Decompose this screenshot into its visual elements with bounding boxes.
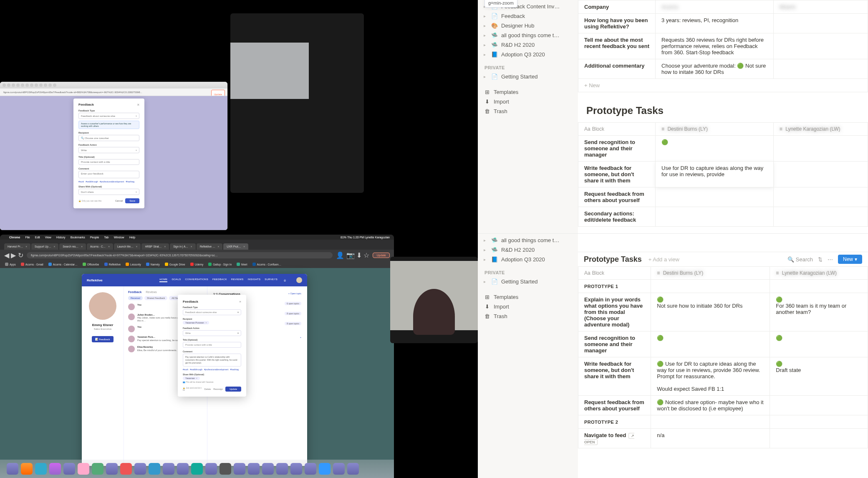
feedback-button[interactable]: 📝 Feedback — [92, 336, 113, 342]
browser-tab: Harvest Pr…× — [4, 243, 30, 250]
notion-sidebar: ▸📄Feedback Content Inv… ▸📄Feedback ▸🎨Des… — [478, 0, 578, 233]
sidebar-page[interactable]: ▸🛸all good things come t… — [478, 30, 578, 40]
sidebar-page[interactable]: ▸🎨Designer Hub — [478, 21, 578, 30]
notion-window-top: g=min-zoom ▸📄Feedback Content Inv… ▸📄Fee… — [478, 0, 868, 234]
select-share[interactable]: Don't share▾ — [78, 189, 139, 195]
chevron-down-icon: ▾ — [136, 114, 137, 117]
new-button[interactable]: New ▾ — [838, 255, 862, 264]
sidebar-import[interactable]: ⬇Import — [478, 97, 578, 106]
browser-tab-active: UXR Prot…× — [223, 243, 248, 250]
hashtag[interactable]: #walkthrough — [190, 368, 202, 371]
tab-feedback[interactable]: Feedback — [128, 291, 141, 293]
sidebar-templates[interactable]: ⊞Templates — [478, 87, 578, 97]
browser-tab: Search res…× — [59, 243, 86, 250]
macos-menubar[interactable]: Chrome FileEditViewHistoryBookmarksPeopl… — [0, 235, 394, 240]
url-text: figma.com/proto/nBPGSRopZxP2IA8pzn65a7/F… — [3, 91, 142, 94]
profile-name: Emmy Elsner — [86, 323, 119, 327]
select-action[interactable]: Write▾ — [78, 147, 139, 153]
sidebar-page[interactable]: ▸🛸R&D H2 2020 — [478, 245, 578, 255]
delete-button[interactable]: Delete — [204, 388, 211, 390]
close-icon[interactable]: × — [239, 300, 241, 303]
save-button[interactable]: Save — [125, 198, 139, 203]
input-title[interactable]: Provide context with a title — [78, 159, 139, 165]
notion-window-bottom: ▸🛸all good things come t… ▸🛸R&D H2 2020 … — [478, 234, 868, 478]
input-recipient[interactable]: 🔍 Choose one coworker — [78, 135, 139, 141]
hashtag[interactable]: #walkthrough — [86, 180, 98, 183]
brand-logo[interactable]: Reflektive — [87, 278, 103, 282]
sidebar-page[interactable]: ▸📄Getting Started — [478, 277, 578, 286]
update-button[interactable]: Update — [373, 253, 390, 258]
browser-tab: HRBP Strat…× — [141, 243, 169, 250]
cancel-button[interactable]: Cancel — [115, 200, 123, 202]
sidebar-page[interactable]: ▸📄Getting Started — [478, 72, 578, 81]
bell-icon[interactable]: 🕭 — [283, 279, 286, 282]
menubar-status: 81% Thu 1:20 PM Lynette Karagozian — [341, 236, 390, 239]
table-row: Send recognition to someone and their ma… — [578, 331, 868, 357]
tab-reviews[interactable]: Reviews — [146, 291, 156, 293]
textarea-comment[interactable]: Pay special attention to Collin's relati… — [183, 354, 241, 367]
table-row: Request feedback from others about yours… — [578, 187, 868, 207]
search-result-pill[interactable]: g=min-zoom — [484, 0, 517, 8]
pill-received[interactable]: Received — [128, 296, 143, 300]
select-feedback-type[interactable]: Feedback about someone else▾ — [78, 113, 139, 119]
table-row: Send recognition to someone and their ma… — [578, 136, 868, 162]
table-row: CompanyAcornsMisent — [578, 0, 868, 14]
recipient-chip[interactable]: Yasaman Puranen× — [183, 321, 209, 324]
sidebar-trash[interactable]: 🗑Trash — [478, 106, 578, 116]
feedback-modal: Feedback× Feedback Type Feedback about s… — [73, 99, 144, 208]
close-icon[interactable]: × — [137, 103, 139, 107]
sidebar-import[interactable]: ⬇Import — [478, 302, 578, 311]
profile-sidebar: Emmy Elsner Sales Executive 📝 Feedback — [82, 286, 124, 466]
browser-tab-strip — [0, 82, 227, 89]
address-bar[interactable]: ◀ ▶ ↻ figma.com/proto/nBPGSRopZbP2IA8pzn… — [0, 250, 394, 260]
sidebar-page[interactable]: ▸📄Feedback — [478, 11, 578, 21]
hashtag[interactable]: #professionaldevelopment — [100, 180, 124, 183]
macos-dock[interactable] — [0, 460, 394, 478]
table-row: Secondary actions: edit/delete feedback — [578, 207, 868, 227]
url-text: figma.com/proto/nBPGSRopZbP2IA8pzn95a7/F… — [27, 252, 333, 258]
sidebar-trash[interactable]: 🗑Trash — [478, 311, 578, 321]
bookmarks-bar[interactable]: Apps Acorns - Gmail Acorns - Calendar… O… — [0, 260, 394, 268]
visibility-hint: 🔒 Only you can see this — [78, 200, 101, 202]
sidebar-page[interactable]: ▸🛸all good things come t… — [478, 235, 578, 245]
tasks-table[interactable]: AaBlock ≡ Destini Burns (LY) ≡ Lynette K… — [578, 122, 868, 227]
input-title[interactable]: Provide context with a title — [183, 342, 241, 348]
browser-tab: Support Up…× — [31, 243, 58, 250]
share-chip[interactable]: Yasaman× — [183, 377, 200, 380]
table-header-row: AaBlock ≡ Destini Burns (LY) ≡ Lynette K… — [578, 267, 868, 280]
textarea-comment[interactable]: Enter your feedback — [78, 171, 139, 178]
pill-shared[interactable]: Shared Feedback — [144, 296, 167, 300]
more-icon[interactable]: ⋯ — [828, 256, 833, 263]
select-action[interactable]: Write▾ — [183, 330, 241, 336]
select-feedback-type[interactable]: Feedback about someone else▾ — [183, 309, 241, 315]
address-bar[interactable]: figma.com/proto/nBPGSRopZxP2IA8pzn65a7/F… — [0, 89, 227, 96]
sidebar-templates[interactable]: ⊞Templates — [478, 292, 578, 302]
sidebar-page[interactable]: ▸📘Adoption Q3 2020 — [478, 255, 578, 264]
reassign-button[interactable]: Reassign — [213, 388, 223, 390]
table-header-row: AaBlock ≡ Destini Burns (LY) ≡ Lynette K… — [578, 123, 868, 136]
hashtag[interactable]: #work — [78, 180, 84, 183]
open-topic-link[interactable]: + Open topic — [288, 292, 301, 296]
browser-tab: Acorns - C…× — [87, 243, 113, 250]
hashtag[interactable]: #professionaldevelopment — [204, 368, 228, 371]
search-button[interactable]: 🔍 Search — [787, 256, 813, 263]
primary-nav[interactable]: HOME GOALS CONVERSATIONS FEEDBACK REVIEW… — [159, 278, 278, 282]
tasks-database[interactable]: AaBlock ≡ Destini Burns (LY) ≡ Lynette K… — [578, 266, 868, 448]
browser-tabs[interactable]: Harvest Pr…× Support Up…× Search res…× A… — [0, 240, 394, 250]
sidebar-page[interactable]: ▸🛸R&D H2 2020 — [478, 40, 578, 50]
hashtag[interactable]: #hashtag — [126, 180, 134, 183]
app-topnav: Reflektive HOME GOALS CONVERSATIONS FEED… — [82, 274, 307, 286]
hashtag[interactable]: #hashtag — [230, 368, 239, 371]
interview-table[interactable]: CompanyAcornsMisent How long have you be… — [578, 0, 868, 92]
sidebar-page[interactable]: ▸📘Adoption Q3 2020 — [478, 50, 578, 59]
filter-icon[interactable]: ⇅ — [818, 256, 823, 263]
avatar[interactable] — [296, 277, 302, 283]
table-row: Navigate to feed↗ OPENn/a — [578, 429, 868, 448]
update-button[interactable]: Update — [225, 387, 241, 392]
update-button[interactable]: Update — [211, 90, 225, 96]
label-share: Share With (Optional) — [78, 185, 139, 188]
video-call-grid: figma.com/proto/nBPGSRopZxP2IA8pzn65a7/F… — [0, 0, 478, 478]
table-row: Request feedback from others about yours… — [578, 396, 868, 415]
hashtag[interactable]: #work — [183, 368, 188, 371]
add-view-button[interactable]: + Add a view — [648, 256, 679, 263]
